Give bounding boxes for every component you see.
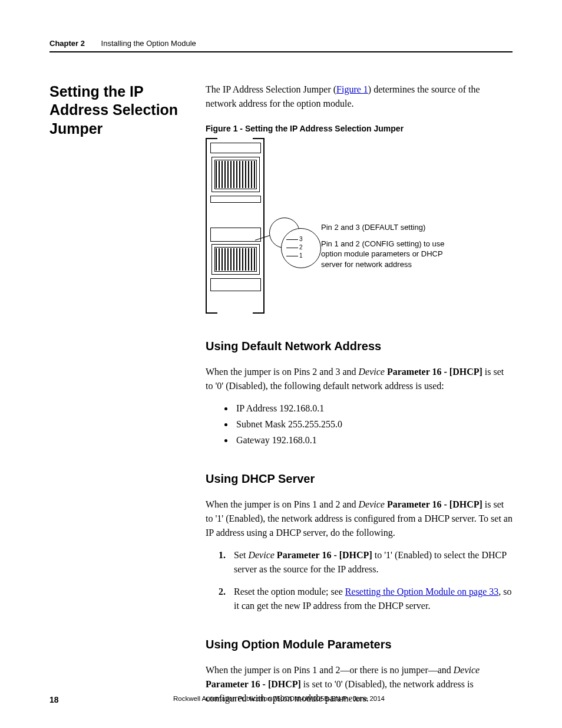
figure-diagram: 3 2 1 Pin 2 and 3 (DEFAULT setting) Pin … bbox=[206, 138, 513, 315]
circuit-board-illustration bbox=[206, 138, 265, 314]
subsection-heading: Using Option Module Parameters bbox=[206, 638, 513, 651]
intro-paragraph: The IP Address Selection Jumper (Figure … bbox=[206, 83, 513, 111]
figure-link[interactable]: Figure 1 bbox=[336, 84, 368, 94]
figure-caption: Figure 1 - Setting the IP Address Select… bbox=[206, 124, 513, 133]
subsection-heading: Using Default Network Address bbox=[206, 340, 513, 353]
annotation-config: Pin 1 and 2 (CONFIG setting) to use opti… bbox=[321, 239, 451, 270]
step-item: Reset the option module; see Resetting t… bbox=[234, 585, 513, 613]
figure-annotations: Pin 2 and 3 (DEFAULT setting) Pin 1 and … bbox=[321, 222, 451, 269]
page-header: Chapter 2 Installing the Option Module bbox=[49, 39, 513, 52]
step-item: Set Device Parameter 16 - [DHCP] to '1' … bbox=[234, 548, 513, 577]
page-content: Setting the IP Address Selection Jumper … bbox=[49, 83, 513, 714]
subsection-heading: Using DHCP Server bbox=[206, 472, 513, 486]
body-text: When the jumper is on Pins 1 and 2 and D… bbox=[206, 498, 513, 540]
annotation-default: Pin 2 and 3 (DEFAULT setting) bbox=[321, 222, 451, 233]
list-item: Subnet Mask 255.255.255.0 bbox=[234, 417, 513, 432]
chapter-label: Chapter 2 bbox=[49, 39, 85, 48]
section-heading: Setting the IP Address Selection Jumper bbox=[49, 83, 206, 138]
chapter-title: Installing the Option Module bbox=[101, 39, 196, 48]
page-number: 18 bbox=[49, 695, 173, 704]
address-list: IP Address 192.168.0.1 Subnet Mask 255.2… bbox=[206, 401, 513, 447]
section-dhcp: Using DHCP Server When the jumper is on … bbox=[206, 472, 513, 613]
publication-info: Rockwell Automation Publication 750COM-U… bbox=[173, 695, 513, 704]
body-text: When the jumper is on Pins 2 and 3 and D… bbox=[206, 365, 513, 393]
steps-list: Set Device Parameter 16 - [DHCP] to '1' … bbox=[206, 548, 513, 613]
reset-link[interactable]: Resetting the Option Module on page 33 bbox=[345, 587, 498, 597]
zoom-detail-circle: 3 2 1 bbox=[281, 228, 321, 268]
page-footer: 18 Rockwell Automation Publication 750CO… bbox=[49, 695, 513, 704]
list-item: Gateway 192.168.0.1 bbox=[234, 433, 513, 448]
list-item: IP Address 192.168.0.1 bbox=[234, 401, 513, 416]
section-default-address: Using Default Network Address When the j… bbox=[206, 340, 513, 447]
